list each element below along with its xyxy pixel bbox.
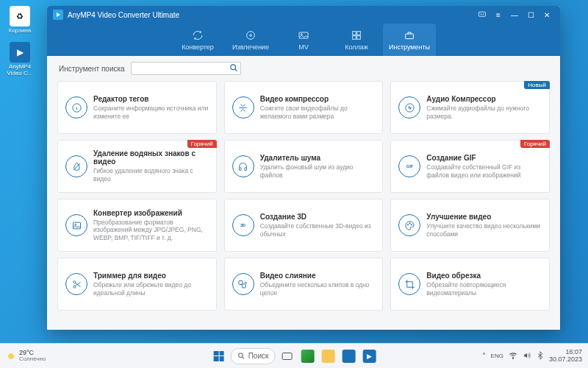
svg-point-24 (411, 224, 412, 224)
svg-point-4 (250, 35, 252, 37)
sun-icon (6, 351, 16, 361)
tool-card-scissors[interactable]: Триммер для видео Обрежьте или обрежьте … (57, 258, 217, 311)
tool-card-gif[interactable]: Горячий GIF Создание GIF Создавайте собс… (390, 140, 550, 193)
store-icon (342, 350, 355, 363)
search-icon[interactable] (229, 63, 238, 72)
window-title: AnyMP4 Video Converter Ultimate (68, 11, 475, 19)
svg-point-20 (74, 224, 76, 225)
taskbar-app-widgets[interactable] (298, 347, 316, 365)
search-icon (237, 352, 245, 360)
desktop-icon-label: Корзина (4, 28, 35, 35)
tab-toolbox[interactable]: Инструменты (383, 24, 436, 56)
taskbar-app-anymp4[interactable]: ▶ (360, 347, 378, 365)
tool-card-audio-compress[interactable]: Новый Аудио Компрессор Сжимайте аудиофай… (390, 81, 550, 134)
tray-network-icon[interactable] (509, 351, 517, 361)
search-label: Инструмент поиска (59, 65, 125, 73)
close-button[interactable]: ✕ (539, 9, 554, 21)
image-icon (65, 214, 87, 236)
maximize-button[interactable]: ☐ (523, 9, 538, 21)
tool-desc: Объедините несколько клипов в одно целое (260, 281, 376, 297)
menu-button[interactable]: ≡ (491, 9, 506, 21)
taskbar-search-placeholder: Поиск (248, 352, 269, 360)
taskbar-app-store[interactable] (340, 347, 357, 365)
tool-card-headphones[interactable]: Удалитель шума Удалить фоновый шум из ау… (224, 140, 384, 193)
tool-card-drop[interactable]: Горячий Удаление водяных знаков с видео … (57, 140, 217, 193)
tool-title: Видео обрезка (426, 272, 542, 280)
anymp4-icon: ▶ (362, 350, 376, 363)
tool-desc: Сохраните информацию источника или измен… (93, 105, 209, 120)
tool-card-merge[interactable]: Видео слияние Объедините несколько клипо… (224, 258, 384, 311)
svg-rect-0 (479, 12, 486, 16)
ripper-icon (244, 29, 257, 42)
anymp4-icon: ▶ (10, 42, 30, 63)
headphones-icon (232, 155, 254, 177)
tool-title: Видео компрессор (260, 95, 376, 103)
converter-icon (191, 29, 204, 42)
tab-converter[interactable]: Конвертер (171, 24, 224, 56)
tray-chevron-up-icon[interactable]: ˄ (482, 352, 486, 360)
svg-point-3 (247, 32, 255, 40)
svg-rect-8 (357, 32, 361, 35)
tool-card-crop[interactable]: Видео обрезка Обрезайте повторяющиеся ви… (390, 258, 550, 311)
tool-title: Создание 3D (260, 213, 376, 221)
tray-date: 30.07.2023 (549, 356, 582, 364)
tray-clock[interactable]: 16:07 30.07.2023 (549, 349, 582, 364)
tool-card-image[interactable]: Конвертер изображений Преобразование фор… (57, 199, 217, 252)
tab-label: Инструменты (389, 43, 430, 51)
svg-point-30 (512, 358, 513, 358)
tab-ripper[interactable]: Извлечение (224, 24, 277, 56)
tool-desc: Улучшите качество видео несколькими спос… (426, 222, 542, 238)
info-icon (65, 96, 87, 118)
tool-desc: Сожгите свои видеофайлы до желаемого вам… (260, 105, 376, 120)
windows-logo-icon (214, 351, 224, 361)
tool-grid: Редактор тегов Сохраните информацию исто… (47, 78, 560, 330)
toolbox-icon (403, 29, 416, 42)
svg-rect-17 (245, 167, 247, 170)
tool-desc: Преобразование форматов изображений межд… (93, 219, 209, 242)
svg-rect-16 (240, 167, 242, 170)
task-view-button[interactable] (278, 347, 295, 365)
crop-icon (398, 273, 420, 295)
tray-volume-icon[interactable] (523, 351, 531, 361)
mv-icon (297, 29, 310, 42)
tool-title: Аудио Компрессор (426, 95, 542, 103)
drop-icon (65, 155, 87, 177)
tool-title: Триммер для видео (93, 272, 209, 280)
taskbar-weather[interactable]: 29°C Солнечно (6, 350, 46, 362)
minimize-button[interactable]: — (507, 9, 522, 21)
desktop-icon-recycle-bin[interactable]: ♻ Корзина (4, 6, 35, 35)
tool-desc: Сжимайте аудиофайлы до нужного размера. (426, 105, 542, 120)
app-window: AnyMP4 Video Converter Ultimate ≡ — ☐ ✕ … (47, 6, 560, 330)
svg-point-12 (231, 65, 236, 70)
tool-title: Улучшение видео (426, 213, 542, 221)
tool-card-palette[interactable]: Улучшение видео Улучшите качество видео … (390, 199, 550, 252)
start-button[interactable] (210, 347, 228, 365)
taskbar-app-explorer[interactable] (319, 347, 337, 365)
svg-point-26 (73, 286, 75, 288)
tray-bluetooth-icon[interactable] (537, 351, 544, 361)
merge-icon (232, 273, 254, 295)
folder-icon (321, 350, 334, 363)
tool-card-3d[interactable]: 3D Создание 3D Создавайте собственные 3D… (224, 199, 384, 252)
desktop-icon-anymp4[interactable]: ▶ AnyMP4 Video C... (4, 42, 35, 77)
tool-title: Создание GIF (426, 154, 542, 162)
tab-label: Коллаж (345, 43, 368, 51)
tool-desc: Гибкое удаление водяного знака с видео (93, 167, 209, 183)
badge-hot: Горячий (520, 140, 550, 148)
palette-icon (398, 214, 420, 236)
tray-language[interactable]: ENG (491, 353, 503, 359)
taskbar-search[interactable]: Поиск (231, 348, 276, 364)
tab-collage[interactable]: Коллаж (330, 24, 383, 56)
svg-rect-11 (406, 34, 414, 39)
scissors-icon (65, 273, 87, 295)
search-input[interactable] (131, 62, 241, 75)
compress-icon (232, 96, 254, 118)
desktop-icon-label: AnyMP4 Video C... (4, 64, 35, 77)
feedback-button[interactable] (475, 9, 490, 21)
tool-desc: Обрежьте или обрежьте видео до идеальной… (93, 281, 209, 297)
tool-card-compress[interactable]: Видео компрессор Сожгите свои видеофайлы… (224, 81, 384, 134)
badge-new: Новый (524, 81, 550, 89)
svg-point-29 (239, 353, 243, 358)
tab-mv[interactable]: MV (277, 24, 330, 56)
tool-card-info[interactable]: Редактор тегов Сохраните информацию исто… (57, 81, 217, 134)
